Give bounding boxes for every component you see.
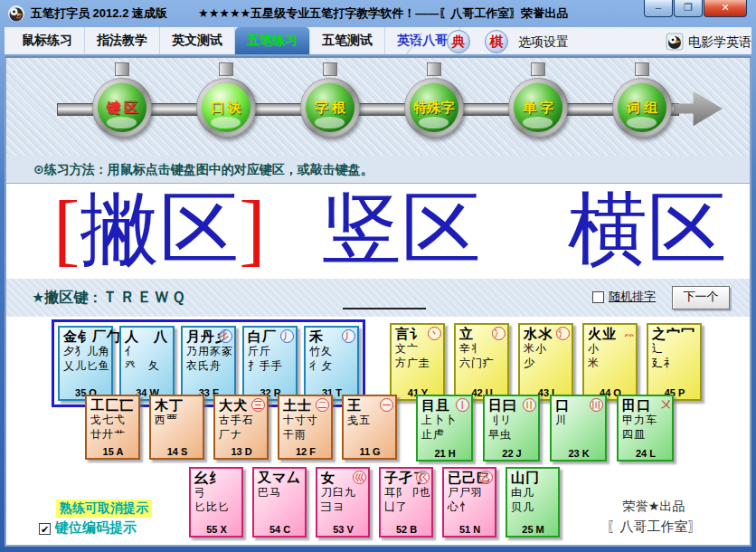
nav-ball-special-chars[interactable]: 特殊字 (404, 78, 464, 138)
random-order-label[interactable]: 随机排字 (609, 290, 656, 303)
key-m[interactable]: 山冂由几贝几25 M (506, 467, 560, 538)
nav-stub (323, 62, 337, 76)
nav-rail-arrow-icon (674, 88, 723, 129)
key-radicals-line: 廴礻 (652, 356, 697, 370)
key-x[interactable]: 幺纟弓匕比匕55 X (189, 467, 243, 538)
credit-line-1: 荣誉★出品 (581, 499, 726, 515)
key-radicals-line: 耳阝卩也 (384, 485, 429, 500)
key-j[interactable]: 〢日曰刂リ早虫22 J (483, 395, 540, 462)
key-code-label: 14 S (155, 446, 200, 457)
app-icon (7, 5, 25, 23)
key-radicals-line: 少 (524, 356, 569, 370)
key-o[interactable]: 灬火业小米44 O (582, 323, 638, 401)
key-radicals-line: 由几 (511, 485, 555, 500)
nav-stub (635, 62, 649, 76)
parrot-icon (666, 33, 684, 51)
close-button[interactable]: ✕ (704, 0, 747, 17)
key-radicals-line: 刀臼九 (321, 485, 365, 500)
title-bar: 五笔打字员 2012.2 速成版 ★★★★★五星级专业五笔打字教学软件！——〖八… (0, 0, 756, 27)
prompt-label: ★撇区键： (32, 290, 102, 305)
key-radicals-line: 干雨 (283, 427, 328, 442)
tab-mouse-practice[interactable]: 鼠标练习 (10, 27, 85, 54)
tab-finger-teaching[interactable]: 指法教学 (85, 27, 160, 54)
key-p[interactable]: 之宀冖辶廴礻45 P (647, 323, 702, 401)
key-code-label: 22 J (488, 448, 535, 459)
key-h[interactable]: 〡目且上卜卜止虍21 H (416, 395, 473, 462)
key-radicals-line: 尸尸羽 (448, 485, 492, 500)
random-order-option: 随机排字 (592, 289, 656, 305)
nav-ball-key-zone[interactable]: 键 区 (92, 78, 152, 138)
banner-bracket-close: ] (239, 186, 265, 273)
key-i[interactable]: 氵水氺米小少43 I (518, 323, 573, 401)
key-q[interactable]: 金钅厂勹夕犭儿角乂儿匕鱼35 Q (58, 326, 113, 401)
key-code-label: 54 C (258, 524, 302, 535)
options-settings[interactable]: 选项设置 (518, 27, 569, 56)
key-radicals-line: 厂ナ (219, 427, 264, 442)
nav-ball-mnemonics[interactable]: 口 诀 (196, 78, 256, 138)
key-code-label: 51 N (448, 524, 492, 535)
key-c[interactable]: 又マ厶巴马54 C (252, 467, 307, 538)
key-radicals-line: 辛丬 (459, 341, 505, 356)
next-button[interactable]: 下一个 (672, 286, 730, 309)
key-v[interactable]: 巛女刀臼九彐ヨ53 V (316, 467, 370, 538)
key-radicals-line: 六门疒 (459, 356, 505, 370)
banner-current-zone: 撇区 (80, 186, 239, 273)
key-r[interactable]: 丿白厂斤斤扌手手32 R (242, 326, 298, 401)
window-title: 五笔打字员 2012.2 速成版 (31, 5, 167, 22)
dictionary-badge-icon[interactable]: 典 (447, 30, 470, 53)
key-hint-checkbox[interactable]: ✔ (39, 523, 51, 535)
key-f[interactable]: 二土士十寸寸干雨12 F (278, 395, 333, 460)
key-radicals-line: 米 (588, 356, 633, 370)
key-hint-label[interactable]: 键位编码提示 (55, 519, 137, 535)
maximize-button[interactable]: ❐ (674, 0, 703, 17)
key-u[interactable]: 冫立辛丬六门疒42 U (454, 323, 509, 401)
key-n[interactable]: 乙已己巳尸尸羽心忄51 N (442, 467, 496, 538)
key-t[interactable]: 丿禾竹夂彳攵31 T (304, 326, 359, 401)
key-y[interactable]: 丶言讠文亠方广圭41 Y (390, 323, 445, 401)
key-b[interactable]: 巜子孑了耳阝卩也凵了52 B (379, 467, 433, 538)
credits: 荣誉★出品 〖八哥工作室〗 (581, 499, 726, 536)
random-order-checkbox[interactable] (592, 291, 604, 303)
nav-stub (531, 62, 545, 76)
key-a[interactable]: 工匚匸戈七弋廿廾艹15 A (85, 395, 140, 460)
key-d[interactable]: 三大犬古手石厂ナ13 D (213, 395, 269, 460)
key-radicals-line: 又マ厶 (258, 471, 302, 485)
tab-english-test[interactable]: 英文测试 (160, 27, 235, 54)
key-radicals-line: 凵了 (384, 500, 429, 514)
key-code-label: 13 D (219, 446, 264, 457)
stroke-mark-badge: 丿 (342, 329, 355, 343)
keyboard-panel: 金钅厂勹夕犭儿角乂儿匕鱼35 Q人 八亻癶 夂34 W丿月丹彡乃用豕豖衣氏舟33… (6, 317, 750, 545)
key-g[interactable]: 一王戋五11 G (342, 395, 397, 460)
key-k[interactable]: 〣口川23 K (550, 395, 607, 462)
key-radicals-line: 小 (588, 341, 633, 356)
key-hint-option: ✔键位编码提示 (39, 519, 137, 537)
key-radicals-line: 古手石 (219, 413, 264, 427)
answer-input-line[interactable] (343, 293, 426, 309)
minimize-button[interactable]: – (644, 0, 673, 17)
key-code-label: 24 L (622, 448, 669, 459)
key-group-dot-zone: 丶言讠文亠方广圭41 Y冫立辛丬六门疒42 U氵水氺米小少43 I灬火业小米44… (390, 323, 702, 401)
chess-badge-icon[interactable]: 棋 (485, 30, 508, 53)
key-code-label: 21 H (421, 448, 468, 459)
tab-wubi-practice[interactable]: 五笔练习 (235, 27, 310, 54)
key-radicals-line: 之宀冖 (652, 327, 697, 341)
nav-ball-label: 键 区 (107, 100, 137, 117)
tab-wubi-test[interactable]: 五笔测试 (310, 27, 385, 54)
key-radicals-line: 乃用豕豖 (186, 344, 232, 358)
lesson-nav-band: 键 区 口 诀 字 根 特殊字 单 字 词 组 (6, 58, 750, 156)
key-l[interactable]: 〤田口甲力车四皿24 L (617, 395, 674, 462)
nav-ball-phrases[interactable]: 词 组 (612, 78, 672, 138)
key-radicals-line: 彐ヨ (321, 500, 365, 514)
key-radicals-line: 弓 (194, 485, 239, 500)
stroke-mark-badge: 巛 (353, 471, 366, 484)
key-radicals-line: 甲力车 (622, 413, 669, 427)
banner-zone-vertical: 竖区 (322, 186, 481, 273)
key-s[interactable]: 木丁西覀14 S (149, 395, 204, 460)
key-w[interactable]: 人 八亻癶 夂34 W (119, 326, 175, 401)
movie-english-link[interactable]: 电影学英语 (688, 27, 751, 56)
nav-ball-radicals[interactable]: 字 根 (300, 78, 360, 138)
key-e[interactable]: 丿月丹彡乃用豕豖衣氏舟33 E (181, 326, 236, 401)
main-panel: 键 区 口 诀 字 根 特殊字 单 字 词 组 ⊙练习方法：用鼠标点击键盘 (5, 56, 751, 547)
nav-ball-single-chars[interactable]: 单 字 (508, 78, 568, 138)
key-radicals-line: 木丁 (155, 398, 200, 413)
